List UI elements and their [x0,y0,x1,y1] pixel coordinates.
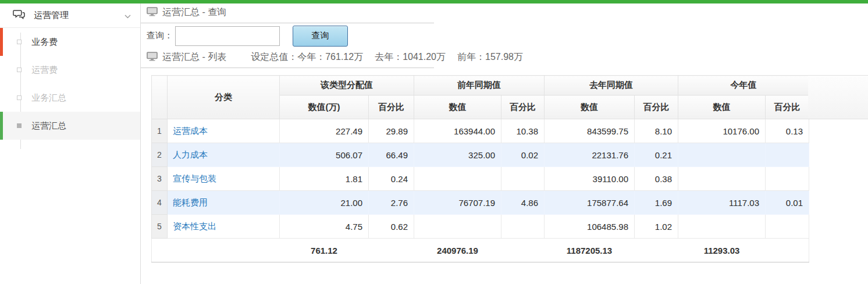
value-cell: 175877.64 [545,191,635,215]
total-last-year: 1187205.13 [545,239,635,262]
percent-cell: 0.02 [501,143,545,167]
totals-blank [635,239,678,262]
row-number: 4 [152,191,168,215]
percent-cell [766,143,809,167]
sub-header-percent: 百分比 [766,95,809,119]
percent-cell [766,167,809,191]
category-link[interactable]: 人力成本 [173,150,208,159]
category-cell: 能耗费用 [168,191,280,215]
percent-cell: 8.10 [635,119,678,143]
totals-blank [766,239,809,262]
totals-blank [369,239,414,262]
percent-cell: 0.62 [369,215,414,239]
row-number: 2 [152,143,168,167]
percent-cell: 66.49 [369,143,414,167]
summary-label: 设定总值： [251,52,297,62]
total-year-before: 240976.19 [414,239,501,262]
sidebar-menu-operations[interactable]: 运营管理 [0,3,140,28]
percent-cell: 29.89 [369,119,414,143]
value-cell: 1117.03 [678,191,766,215]
row-number: 5 [152,215,168,239]
summary-last-year: 去年：1041.20万 [375,52,446,62]
totals-blank [501,239,545,262]
query-panel-header: 运营汇总 - 查询 [141,3,434,23]
table-row: 2 人力成本 506.07 66.49 325.00 0.02 22131.76… [152,143,809,167]
percent-cell: 0.21 [635,143,678,167]
list-panel-title: 运营汇总 - 列表 [162,51,226,63]
sub-header-value: 数值 [414,95,501,119]
category-column-header: 分类 [168,76,280,119]
row-number: 1 [152,119,168,143]
value-cell: 325.00 [414,143,501,167]
category-cell: 宣传与包装 [168,167,280,191]
value-cell: 506.07 [280,143,369,167]
sidebar-menu-label: 运营管理 [34,10,69,21]
percent-cell [501,215,545,239]
totals-row: 761.12 240976.19 1187205.13 11293.03 [152,239,809,262]
group-header-year-before: 前年同期值 [414,76,545,95]
category-link[interactable]: 能耗费用 [173,197,208,207]
value-cell [678,167,766,191]
percent-cell: 10.38 [501,119,545,143]
value-cell [414,167,501,191]
value-cell: 227.49 [280,119,369,143]
summary-year-before: 前年：157.98万 [457,52,523,62]
query-field-label: 查询： [147,30,173,41]
totals-blank [152,239,280,262]
sub-header-percent: 百分比 [501,95,545,119]
sidebar-item-business-fee[interactable]: 业务费 [0,28,140,56]
table-header-spacer [808,75,868,119]
sub-header-value: 数值 [545,95,635,119]
value-cell: 163944.00 [414,119,501,143]
category-link[interactable]: 资本性支出 [173,221,216,231]
sub-header-percent: 百分比 [635,95,678,119]
percent-cell: 4.86 [501,191,545,215]
row-number: 3 [152,167,168,191]
percent-cell: 0.13 [766,119,809,143]
category-cell: 人力成本 [168,143,280,167]
summary-table-wrapper: 分类 该类型分配值 前年同期值 去年同期值 今年值 数值(万) 百分比 数值 百… [151,75,809,262]
percent-cell: 1.02 [635,215,678,239]
percent-cell: 1.69 [635,191,678,215]
category-link[interactable]: 宣传与包装 [173,173,216,183]
sidebar-item-operations-fee[interactable]: 运营费 [0,56,140,84]
value-cell: 1.81 [280,167,369,191]
query-form: 查询： 查询 [141,23,868,48]
sidebar-item-label: 运营费 [0,65,58,76]
chevron-down-icon[interactable] [124,10,131,21]
value-cell: 4.75 [280,215,369,239]
monitor-icon [147,52,158,63]
category-cell: 运营成本 [168,119,280,143]
category-link[interactable]: 运营成本 [173,126,208,136]
group-header-last-year: 去年同期值 [545,76,678,95]
group-header-allocated: 该类型分配值 [280,76,414,95]
list-panel-header: 运营汇总 - 列表 设定总值：今年：761.12万去年：1041.20万前年：1… [141,48,434,68]
corner-header-cell [152,76,168,119]
sub-header-value: 数值(万) [280,95,369,119]
value-cell: 843599.75 [545,119,635,143]
tree-node-icon [17,40,22,44]
query-panel-title: 运营汇总 - 查询 [162,6,226,19]
sidebar-item-business-summary[interactable]: 业务汇总 [0,84,140,112]
tree-node-icon [17,68,22,72]
group-header-this-year: 今年值 [678,76,809,95]
table-row: 3 宣传与包装 1.81 0.24 39110.00 0.38 [152,167,809,191]
sidebar-item-operations-summary[interactable]: 运营汇总 [0,112,140,140]
table-row: 5 资本性支出 4.75 0.62 106485.98 1.02 [152,215,809,239]
sidebar: 运营管理 业务费 运营费 业务汇总 运营汇总 [0,3,141,284]
chat-bubbles-icon [13,9,25,22]
sidebar-item-label: 业务费 [0,37,58,48]
main-content: 运营汇总 - 查询 查询： 查询 运营汇总 - 列表 设定总值：今年：761.1… [141,3,868,284]
value-cell: 21.00 [280,191,369,215]
percent-cell: 0.38 [635,167,678,191]
sidebar-item-label: 运营汇总 [0,120,66,132]
query-input[interactable] [175,26,280,46]
summary-table: 分类 该类型分配值 前年同期值 去年同期值 今年值 数值(万) 百分比 数值 百… [151,75,809,262]
query-button[interactable]: 查询 [293,26,348,47]
percent-cell: 0.01 [766,191,809,215]
value-cell: 10176.00 [678,119,766,143]
summary-this-year: 今年：761.12万 [297,52,363,62]
value-cell: 106485.98 [545,215,635,239]
value-cell: 76707.19 [414,191,501,215]
value-cell: 22131.76 [545,143,635,167]
